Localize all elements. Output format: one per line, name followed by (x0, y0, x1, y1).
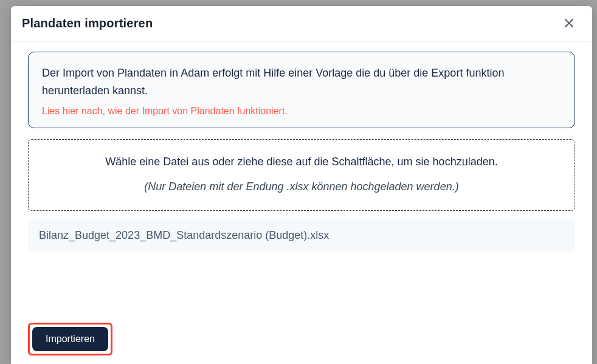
dropzone-hint: (Nur Dateien mit der Endung .xlsx können… (47, 180, 556, 193)
import-button[interactable]: Importieren (32, 327, 108, 351)
close-button[interactable] (561, 15, 578, 32)
import-button-highlight: Importieren (28, 323, 112, 355)
close-icon (562, 16, 576, 30)
info-box: Der Import von Plandaten in Adam erfolgt… (28, 52, 575, 128)
modal-body: Der Import von Plandaten in Adam erfolgt… (11, 42, 592, 323)
dropzone-instruction: Wähle eine Datei aus oder ziehe diese au… (47, 156, 556, 168)
modal-title: Plandaten importieren (22, 16, 153, 30)
selected-file-row[interactable]: Bilanz_Budget_2023_BMD_Standardszenario … (28, 219, 575, 252)
selected-file-name: Bilanz_Budget_2023_BMD_Standardszenario … (39, 229, 329, 241)
modal-header: Plandaten importieren (11, 6, 592, 42)
import-modal: Plandaten importieren Der Import von Pla… (11, 6, 592, 364)
info-link[interactable]: Lies hier nach, wie der Import von Pland… (42, 106, 561, 117)
file-dropzone[interactable]: Wähle eine Datei aus oder ziehe diese au… (28, 139, 575, 211)
modal-footer: Importieren (11, 323, 592, 364)
info-text: Der Import von Plandaten in Adam erfolgt… (42, 64, 561, 100)
